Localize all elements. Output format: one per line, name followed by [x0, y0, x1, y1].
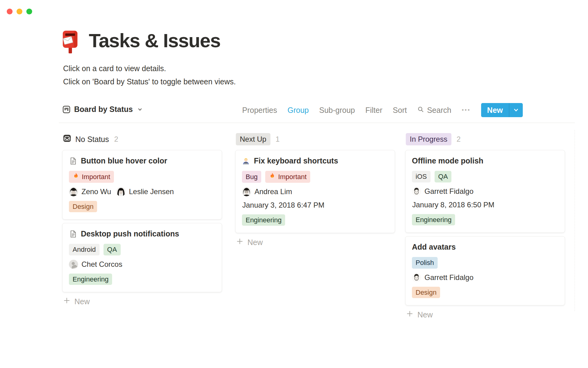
add-card-button[interactable]: New [405, 310, 565, 319]
zoom-window-button[interactable] [26, 9, 32, 14]
person-name: Chet Corcos [81, 260, 122, 269]
card-title: Offline mode polish [412, 156, 483, 165]
board-view-icon [62, 105, 70, 113]
toolbar-item-sort[interactable]: Sort [393, 106, 407, 115]
page-title: Tasks & Issues [89, 29, 221, 52]
search-icon [417, 106, 424, 115]
card-add-avatars[interactable]: Add avatars Polish Garret [405, 236, 565, 305]
tag-engineering: Engineering [69, 274, 112, 285]
toolbar-item-subgroup[interactable]: Sub-group [319, 106, 355, 115]
add-card-label: New [74, 297, 90, 306]
person-name: Andrea Lim [254, 187, 292, 196]
person-name: Garrett Fidalgo [424, 273, 473, 282]
page-description: Click on a card to view details. Click o… [63, 62, 236, 88]
plus-icon [63, 297, 70, 306]
fire-icon [269, 172, 276, 181]
page-icon [69, 157, 77, 165]
tag-important: Important [69, 171, 114, 183]
card-title: Add avatars [412, 243, 456, 251]
assignee: Garrett Fidalgo [412, 273, 473, 282]
column-status-badge: Next Up [236, 133, 270, 145]
tag-qa: QA [104, 244, 121, 255]
search-button[interactable]: Search [417, 106, 451, 115]
avatar [116, 187, 126, 196]
page-description-line: Click on a card to view details. [63, 62, 236, 75]
new-button[interactable]: New [481, 103, 523, 117]
toolbar-divider [59, 123, 575, 123]
tag-design: Design [69, 201, 97, 213]
tag-qa: QA [435, 171, 452, 182]
tag-design: Design [412, 287, 440, 298]
assignee: Chet Corcos [69, 260, 122, 269]
assignee: Zeno Wu [69, 187, 111, 196]
minimize-window-button[interactable] [17, 9, 22, 14]
card-date: January 3, 2018 6:47 PM [242, 201, 388, 209]
search-label: Search [427, 106, 451, 115]
add-card-label: New [247, 238, 263, 247]
toolbar-item-group[interactable]: Group [288, 106, 309, 115]
column-title: No Status [75, 135, 109, 144]
column-header[interactable]: No Status 2 [62, 133, 119, 145]
avatar [412, 273, 421, 282]
card-desktop-push-notifications[interactable]: Desktop push notifications Android QA [62, 223, 222, 292]
plus-icon [406, 310, 413, 319]
column-status-badge: In Progress [406, 133, 451, 145]
column-header[interactable]: In Progress 2 [405, 133, 461, 145]
avatar [412, 187, 421, 196]
add-card-label: New [417, 310, 433, 319]
inbox-icon [63, 134, 71, 144]
tag-android: Android [69, 244, 100, 255]
card-title: Fix keyboard shortcuts [254, 156, 338, 165]
column-edge-divider [575, 130, 575, 311]
column-count: 2 [114, 135, 118, 144]
avatar [69, 260, 78, 269]
person-name: Garrett Fidalgo [424, 187, 473, 196]
avatar [242, 187, 251, 196]
tag-engineering: Engineering [412, 214, 455, 226]
technologist-icon [242, 157, 250, 165]
toolbar-item-filter[interactable]: Filter [365, 106, 383, 115]
window-controls [7, 9, 32, 14]
new-button-label[interactable]: New [481, 103, 509, 117]
tag-important: Important [265, 171, 310, 183]
add-card-button[interactable]: New [235, 238, 395, 247]
tag-bug: Bug [242, 171, 261, 183]
card-title: Desktop push notifications [81, 229, 179, 238]
avatar [69, 187, 78, 196]
close-window-button[interactable] [7, 9, 13, 14]
view-label: Board by Status [74, 105, 133, 114]
column-no-status: No Status 2 Button blue hover color [62, 133, 222, 306]
card-offline-mode-polish[interactable]: Offline mode polish iOS QA [405, 150, 565, 233]
column-header[interactable]: Next Up 1 [235, 133, 280, 145]
board-toolbar: Properties Group Sub-group Filter Sort S… [242, 103, 523, 117]
toolbar-item-properties[interactable]: Properties [242, 106, 277, 115]
column-count: 2 [457, 135, 461, 144]
new-button-chevron-icon[interactable] [509, 103, 523, 117]
chevron-down-icon [138, 107, 142, 112]
view-switcher[interactable]: Board by Status [62, 105, 142, 114]
column-next-up: Next Up 1 Fix keyboard shortcuts Bug [235, 133, 395, 247]
more-options-button[interactable]: ••• [462, 107, 471, 113]
card-title: Button blue hover color [81, 156, 167, 165]
tag-polish: Polish [412, 257, 438, 269]
card-button-blue-hover-color[interactable]: Button blue hover color Important [62, 150, 222, 220]
assignee: Andrea Lim [242, 187, 292, 196]
assignee: Leslie Jensen [116, 187, 174, 196]
person-name: Leslie Jensen [129, 187, 174, 196]
card-date: January 8, 2018 6:50 PM [412, 201, 558, 209]
postbox-icon [60, 30, 80, 55]
page-icon [69, 230, 77, 238]
fire-icon [73, 172, 79, 181]
plus-icon [236, 238, 243, 247]
column-count: 1 [276, 135, 280, 144]
tag-ios: iOS [412, 171, 431, 182]
page-description-line: Click on 'Board by Status' to toggle bet… [63, 75, 236, 88]
column-in-progress: In Progress 2 Offline mode polish iOS QA [405, 133, 565, 319]
add-card-button[interactable]: New [62, 297, 222, 306]
person-name: Zeno Wu [81, 187, 111, 196]
assignee: Garrett Fidalgo [412, 187, 473, 196]
tag-engineering: Engineering [242, 214, 285, 226]
card-fix-keyboard-shortcuts[interactable]: Fix keyboard shortcuts Bug Important [235, 150, 395, 233]
